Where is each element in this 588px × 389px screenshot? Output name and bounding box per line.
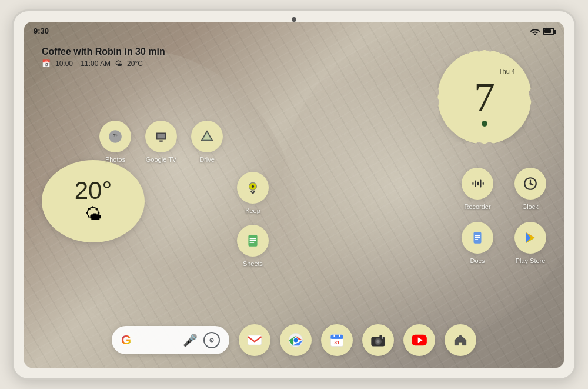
photos-icon [108, 129, 123, 144]
tablet-device: 9:30 Coffee with Robin in 30 min 📅 10:00… [12, 9, 576, 380]
drive-icon [199, 129, 215, 144]
recorder-icon [470, 176, 485, 191]
svg-line-7 [253, 191, 255, 193]
camera-lens-icon [208, 336, 216, 344]
front-camera [292, 17, 296, 22]
google-tv-label: Google TV [146, 156, 176, 163]
status-bar: 9:30 [24, 22, 564, 41]
app-keep[interactable]: Keep [237, 172, 269, 214]
chrome-icon [288, 332, 304, 348]
keep-label: Keep [245, 207, 260, 214]
search-bar[interactable]: G 🎤 [112, 326, 229, 354]
event-time: 10:00 – 11:00 AM [55, 59, 111, 68]
svg-rect-23 [475, 235, 480, 236]
docs-icon [470, 230, 485, 245]
keep-icon-circle [237, 172, 269, 204]
cal-day-label: Thu 4 [499, 68, 515, 75]
cal-dot [482, 121, 487, 127]
svg-rect-16 [480, 179, 481, 187]
svg-point-8 [252, 185, 254, 187]
svg-point-42 [377, 340, 380, 343]
svg-rect-24 [475, 237, 480, 238]
sheets-icon-circle [237, 225, 269, 257]
dock-youtube[interactable] [403, 324, 435, 356]
mic-icon[interactable]: 🎤 [183, 333, 198, 347]
dock-chrome[interactable] [280, 324, 312, 356]
wifi-icon [530, 27, 540, 35]
dock-gmail[interactable] [239, 324, 270, 356]
dock-camera[interactable] [362, 324, 394, 356]
event-title: Coffee with Robin in 30 min [42, 46, 165, 57]
play-store-icon-circle [514, 222, 546, 254]
dock-calendar[interactable]: 31 [321, 324, 353, 356]
weather-icon: 🌤 [85, 204, 102, 224]
event-widget[interactable]: Coffee with Robin in 30 min 📅 10:00 – 11… [42, 46, 165, 68]
status-icons [530, 27, 554, 35]
weather-temperature: 20° [75, 178, 112, 203]
svg-point-27 [211, 339, 212, 340]
cal-number: 7 [474, 76, 495, 118]
google-tv-icon-circle [145, 121, 177, 152]
svg-point-0 [534, 33, 536, 35]
docs-label: Docs [470, 257, 485, 264]
svg-rect-13 [472, 182, 473, 184]
play-store-label: Play Store [516, 257, 546, 264]
calendar-icon: 📅 [42, 59, 51, 68]
svg-rect-14 [475, 180, 476, 187]
recorder-label: Recorder [464, 203, 490, 210]
drive-icon-circle [191, 121, 223, 152]
keep-icon [245, 180, 260, 195]
google-tv-icon [153, 129, 169, 144]
clock-icon [523, 176, 538, 191]
play-store-icon [523, 230, 538, 245]
google-logo: G [121, 333, 131, 348]
clock-label: Clock [522, 203, 539, 210]
docs-icon-circle [462, 222, 493, 254]
svg-rect-15 [477, 181, 479, 185]
weather-widget[interactable]: 20° 🌤 [42, 160, 145, 242]
app-google-tv[interactable]: Google TV [145, 121, 177, 163]
dock-home[interactable] [445, 324, 476, 356]
app-clock[interactable]: Clock [510, 168, 551, 210]
photos-icon-circle [99, 121, 131, 152]
app-sheets[interactable]: Sheets [237, 225, 269, 267]
svg-rect-28 [248, 335, 261, 344]
svg-point-21 [529, 182, 531, 184]
svg-rect-11 [250, 240, 256, 241]
gmail-icon [246, 334, 263, 347]
svg-rect-17 [483, 182, 484, 184]
svg-rect-10 [250, 238, 256, 239]
app-play-store[interactable]: Play Store [510, 222, 551, 264]
calendar-widget[interactable]: Thu 4 7 [437, 50, 532, 144]
calendar-icon: 31 [329, 332, 345, 348]
svg-point-32 [294, 338, 298, 342]
svg-rect-25 [475, 239, 478, 240]
svg-rect-43 [379, 335, 382, 337]
app-docs[interactable]: Docs [457, 222, 498, 264]
app-drive[interactable]: Drive [191, 121, 223, 163]
screen: 9:30 Coffee with Robin in 30 min 📅 10:00… [24, 22, 564, 368]
youtube-icon [411, 334, 427, 347]
event-weather: 20°C [127, 59, 143, 68]
recorder-icon-circle [462, 168, 493, 200]
svg-point-44 [382, 337, 383, 338]
svg-rect-3 [158, 134, 165, 138]
home-icon [453, 333, 468, 348]
dock: G 🎤 [112, 324, 476, 356]
app-photos[interactable]: Photos [99, 121, 131, 163]
clock-icon-circle [514, 168, 546, 200]
lens-icon[interactable] [203, 332, 220, 348]
event-details: 📅 10:00 – 11:00 AM 🌤 20°C [42, 59, 165, 68]
svg-point-1 [116, 134, 118, 136]
battery-icon [543, 28, 554, 35]
svg-rect-35 [331, 337, 343, 338]
sheets-icon [245, 233, 260, 248]
svg-text:31: 31 [334, 340, 340, 345]
app-grid-right: Recorder Clock [457, 168, 551, 264]
photos-label: Photos [105, 156, 125, 163]
weather-sun-icon: 🌤 [115, 59, 122, 68]
svg-rect-12 [250, 242, 255, 243]
app-recorder[interactable]: Recorder [457, 168, 498, 210]
app-row-1: Photos Google TV [99, 121, 223, 163]
svg-rect-4 [159, 140, 163, 141]
